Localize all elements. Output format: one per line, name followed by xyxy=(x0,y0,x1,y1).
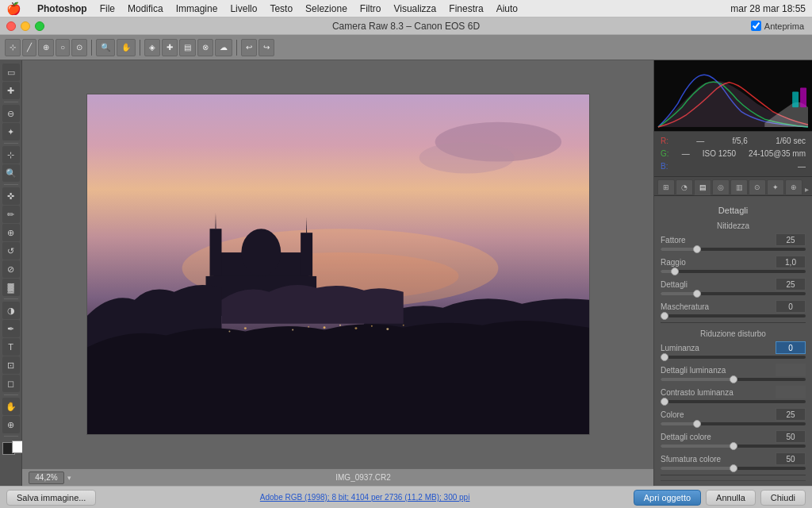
tool-rotate-left[interactable]: ↩ xyxy=(241,39,257,56)
lt-stamp[interactable]: ⊕ xyxy=(2,224,20,241)
raggio-value[interactable]: 1,0 xyxy=(776,256,806,268)
lt-magic[interactable]: ✦ xyxy=(2,123,20,140)
ptab-hsl[interactable]: ◎ xyxy=(712,179,730,195)
panel-expand-button[interactable]: ▸ xyxy=(805,185,809,195)
menu-immagine[interactable]: Immagine xyxy=(176,3,218,14)
tool-hand[interactable]: ✋ xyxy=(117,39,136,56)
colore-slider-track[interactable] xyxy=(661,422,806,425)
fattore-value[interactable]: 25 xyxy=(776,233,806,246)
menu-selezione[interactable]: Selezione xyxy=(305,3,347,14)
lt-selection[interactable]: ▭ xyxy=(2,64,20,81)
apple-menu[interactable]: 🍎 xyxy=(6,2,21,16)
det-luminanza-value[interactable] xyxy=(776,364,806,376)
ptab-tone[interactable]: ◔ xyxy=(676,179,693,195)
lt-shape[interactable]: ◻ xyxy=(2,375,20,392)
menu-visualizza[interactable]: Visualizza xyxy=(393,3,436,14)
tool-spot[interactable]: ○ xyxy=(56,39,70,56)
det-luminanza-slider-track[interactable] xyxy=(661,378,806,381)
luminanza-slider-thumb[interactable] xyxy=(661,353,668,361)
colore-slider-thumb[interactable] xyxy=(693,420,701,428)
mascheratura-slider-track[interactable] xyxy=(661,314,806,318)
tool-redeye[interactable]: ⊕ xyxy=(38,39,54,56)
sfumatura-slider-track[interactable] xyxy=(661,467,806,470)
close-window-button[interactable] xyxy=(6,21,16,31)
lt-history[interactable]: ↺ xyxy=(2,242,20,260)
luminanza-value[interactable]: 0 xyxy=(776,341,806,354)
ptab-effects[interactable]: ✦ xyxy=(767,179,784,195)
dettagli-slider-thumb[interactable] xyxy=(693,290,701,298)
save-image-button[interactable]: Salva immagine... xyxy=(6,490,96,506)
lt-pen[interactable]: ✒ xyxy=(2,320,20,337)
zoom-stepper[interactable]: ▾ xyxy=(67,474,71,482)
menu-filtro[interactable]: Filtro xyxy=(360,3,381,14)
ptab-lens[interactable]: ⊙ xyxy=(749,179,766,195)
photo-canvas[interactable] xyxy=(86,94,590,435)
lt-crop[interactable]: ⊹ xyxy=(2,146,20,164)
tool-wb[interactable]: ◈ xyxy=(144,39,160,56)
lt-brush[interactable]: ✏ xyxy=(2,206,20,223)
ptab-basic[interactable]: ⊞ xyxy=(657,179,675,195)
mascheratura-slider-thumb[interactable] xyxy=(661,312,668,320)
contrasto-lum-value[interactable] xyxy=(776,386,806,398)
tool-straighten[interactable]: ╱ xyxy=(22,39,36,56)
preview-checkbox-area[interactable]: Anteprima xyxy=(751,21,804,31)
fullscreen-window-button[interactable] xyxy=(35,21,44,31)
lt-zoom2[interactable]: ⊕ xyxy=(2,416,20,433)
contrasto-lum-slider-track[interactable] xyxy=(661,400,806,403)
raggio-slider-track[interactable] xyxy=(661,270,806,273)
ptab-detail[interactable]: ▤ xyxy=(694,179,711,195)
tool-radial[interactable]: ⊗ xyxy=(197,39,213,56)
menu-testo[interactable]: Testo xyxy=(270,3,293,14)
cancel-button[interactable]: Annulla xyxy=(706,490,756,506)
raggio-slider-thumb[interactable] xyxy=(671,267,679,275)
ptab-split[interactable]: ▥ xyxy=(730,179,748,195)
color-info-link[interactable]: Adobe RGB (1998); 8 bit; 4104 per 2736 (… xyxy=(260,493,470,502)
tool-blemish[interactable]: ⊙ xyxy=(71,39,87,56)
param-raggio: Raggio 1,0 xyxy=(661,256,806,273)
tool-rotate-right[interactable]: ↪ xyxy=(259,39,274,56)
tool-adjustment[interactable]: ☁ xyxy=(215,39,232,56)
preview-checkbox[interactable] xyxy=(751,21,761,31)
menu-livello[interactable]: Livello xyxy=(230,3,257,14)
lt-eraser[interactable]: ⊘ xyxy=(2,260,20,278)
fattore-slider-thumb[interactable] xyxy=(693,245,701,253)
mascheratura-value[interactable]: 0 xyxy=(776,300,806,313)
det-colore-value[interactable]: 50 xyxy=(776,430,806,443)
color-swatch-area[interactable] xyxy=(2,441,20,463)
tool-color-sample[interactable]: ✚ xyxy=(162,39,178,56)
sfumatura-slider-thumb[interactable] xyxy=(730,464,737,472)
menu-finestra[interactable]: Finestra xyxy=(449,3,483,14)
close-button[interactable]: Chiudi xyxy=(760,490,806,506)
lt-path[interactable]: ⊡ xyxy=(2,356,20,374)
tool-crop[interactable]: ⊹ xyxy=(5,39,21,56)
lt-gradient[interactable]: ▓ xyxy=(2,279,20,296)
colore-value[interactable]: 25 xyxy=(776,408,806,421)
lt-eyedrop[interactable]: 🔍 xyxy=(2,164,20,182)
luminanza-slider-track[interactable] xyxy=(661,356,806,359)
lt-sep-3 xyxy=(4,184,18,185)
det-luminanza-slider-thumb[interactable] xyxy=(730,375,737,383)
status-bar: ▾ IMG_0937.CR2 xyxy=(22,468,653,486)
lt-lasso[interactable]: ⊖ xyxy=(2,105,20,122)
sfumatura-value[interactable]: 50 xyxy=(776,452,806,465)
ptab-camera[interactable]: ⊕ xyxy=(785,179,802,195)
tool-graduated[interactable]: ▤ xyxy=(179,39,196,56)
lt-heal[interactable]: ✜ xyxy=(2,187,20,205)
lt-move[interactable]: ✚ xyxy=(2,82,20,99)
lt-hand[interactable]: ✋ xyxy=(2,398,20,415)
det-colore-slider-thumb[interactable] xyxy=(730,442,737,450)
contrasto-lum-slider-thumb[interactable] xyxy=(661,398,668,406)
open-object-button[interactable]: Apri oggetto xyxy=(634,490,701,506)
fattore-slider-track[interactable] xyxy=(661,248,806,251)
zoom-input[interactable] xyxy=(29,471,64,484)
lt-text[interactable]: T xyxy=(2,338,20,356)
menu-file[interactable]: File xyxy=(100,3,115,14)
dettagli-value[interactable]: 25 xyxy=(776,278,806,291)
lt-dodge[interactable]: ◑ xyxy=(2,302,20,319)
tool-zoom[interactable]: 🔍 xyxy=(96,39,115,56)
det-colore-slider-track[interactable] xyxy=(661,444,806,448)
menu-modifica[interactable]: Modifica xyxy=(128,3,163,14)
menu-aiuto[interactable]: Aiuto xyxy=(496,3,518,14)
dettagli-slider-track[interactable] xyxy=(661,292,806,295)
minimize-window-button[interactable] xyxy=(21,21,30,31)
